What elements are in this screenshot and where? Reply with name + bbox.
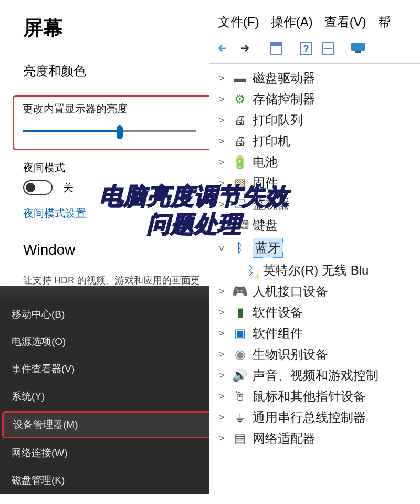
tree-item[interactable]: >▬磁盘驱动器 xyxy=(216,68,420,89)
expand-icon[interactable]: > xyxy=(216,94,227,105)
prn-icon: 🖨 xyxy=(232,112,248,129)
ctx-item-事件查看器(V)[interactable]: 事件查看器(V) xyxy=(0,355,215,383)
tree-item-label: 电池 xyxy=(253,154,278,171)
tree-item-label: 生物识别设备 xyxy=(253,346,328,363)
comp-icon: ▣ xyxy=(232,325,248,342)
tree-item[interactable]: >◉生物识别设备 xyxy=(216,344,420,365)
tree-item-label: 鼠标和其他指针设备 xyxy=(253,388,366,405)
night-mode-toggle[interactable] xyxy=(23,180,52,195)
menu-help[interactable]: 帮 xyxy=(374,14,395,30)
bt-icon: ᛒ xyxy=(242,262,259,279)
expand-icon[interactable]: > xyxy=(216,115,227,126)
ctrl-icon: ⚙ xyxy=(232,91,248,108)
ctx-item-设备管理器(M)[interactable]: 设备管理器(M) xyxy=(2,411,213,438)
slider-thumb[interactable] xyxy=(117,125,123,139)
brightness-slider[interactable] xyxy=(23,125,196,136)
expand-icon[interactable]: v xyxy=(216,243,227,254)
tree-item-label: 声音、视频和游戏控制 xyxy=(253,367,379,384)
tree-item-label: 存储控制器 xyxy=(253,91,316,108)
tree-item[interactable]: >🔊声音、视频和游戏控制 xyxy=(216,365,420,386)
expand-icon[interactable]: > xyxy=(216,157,227,168)
svg-rect-1 xyxy=(270,43,282,46)
expand-icon[interactable]: > xyxy=(216,307,227,318)
expand-icon[interactable]: > xyxy=(216,328,227,339)
night-mode-label: 夜间模式 xyxy=(23,161,210,175)
toolbar-separator xyxy=(261,40,261,56)
menu-view[interactable]: 查看(V) xyxy=(320,14,371,30)
tree-item-label: 打印机 xyxy=(253,133,290,150)
hdd-icon: ▬ xyxy=(232,70,248,87)
expand-icon[interactable]: > xyxy=(216,412,227,423)
toolbar-separator xyxy=(343,40,343,56)
expand-icon[interactable]: > xyxy=(216,286,227,297)
toolbar-separator xyxy=(291,40,291,56)
tree-item[interactable]: >⏚通用串行总线控制器 xyxy=(216,407,420,428)
svg-rect-6 xyxy=(351,43,365,51)
page-title: 屏幕 xyxy=(23,15,210,41)
overlay-line1: 电脑亮度调节失效 xyxy=(100,183,289,211)
toggle-state-text: 关 xyxy=(63,181,74,195)
tree-item[interactable]: >🎮人机接口设备 xyxy=(216,281,420,302)
expand-icon[interactable]: > xyxy=(216,349,227,360)
tree-item[interactable]: >▤网络适配器 xyxy=(216,428,420,449)
menu-file[interactable]: 文件(F) xyxy=(214,14,264,30)
tree-item-label: 软件设备 xyxy=(253,304,303,321)
tree-item[interactable]: >🖨打印机 xyxy=(216,131,420,152)
tree-item[interactable]: >🖱鼠标和其他指针设备 xyxy=(216,386,420,407)
hid-icon: 🎮 xyxy=(232,283,248,300)
scan-icon[interactable] xyxy=(319,39,338,58)
forward-icon[interactable] xyxy=(237,39,256,58)
properties-icon[interactable] xyxy=(267,39,286,58)
overlay-line2: 问题处理 xyxy=(100,211,289,238)
device-manager-window: 文件(F) 操作(A) 查看(V) 帮 ? >▬磁盘驱动器>⚙存储控制器>🖨打印… xyxy=(209,0,420,504)
bio-icon: ◉ xyxy=(232,346,248,363)
device-tree: >▬磁盘驱动器>⚙存储控制器>🖨打印队列>🖨打印机>🔋电池>▧固件>🖵监视器>⌨… xyxy=(209,64,420,449)
settings-panel: 屏幕 亮度和颜色 更改内置显示器的亮度 夜间模式 关 夜间模式设置 Window… xyxy=(0,0,210,326)
tree-item-label: 蓝牙 xyxy=(253,238,283,258)
expand-icon[interactable]: > xyxy=(216,391,227,402)
tree-item-label: 人机接口设备 xyxy=(253,283,328,300)
section-brightness-color: 亮度和颜色 xyxy=(23,62,210,79)
hdr-description: 让支持 HDR 的视频、游戏和应用的画面更 xyxy=(23,274,202,287)
sw-icon: ▮ xyxy=(232,304,248,321)
svg-rect-5 xyxy=(324,48,332,49)
ctx-item-磁盘管理(K)[interactable]: 磁盘管理(K) xyxy=(0,467,215,494)
back-icon[interactable] xyxy=(215,39,234,58)
tree-item-label: 打印队列 xyxy=(253,112,303,129)
monitor-icon[interactable] xyxy=(349,39,368,58)
expand-icon[interactable]: > xyxy=(216,433,227,444)
ctx-item-移动中心(B)[interactable]: 移动中心(B) xyxy=(0,301,215,328)
mouse-icon: 🖱 xyxy=(232,388,248,405)
expand-icon[interactable]: > xyxy=(216,136,227,147)
tree-item[interactable]: >▮软件设备 xyxy=(216,302,420,323)
tree-item-label: 通用串行总线控制器 xyxy=(253,409,366,426)
svg-rect-7 xyxy=(355,51,361,53)
expand-icon[interactable]: > xyxy=(216,370,227,381)
brightness-highlight-box: 更改内置显示器的亮度 xyxy=(13,95,212,150)
tree-item[interactable]: >🔋电池 xyxy=(216,152,420,173)
tree-item[interactable]: ᛒ英特尔(R) 无线 Blu xyxy=(216,260,420,281)
tree-item-label: 网络适配器 xyxy=(253,430,316,447)
tree-item-label: 磁盘驱动器 xyxy=(253,70,316,87)
slider-track-fill xyxy=(23,130,120,132)
tree-item[interactable]: vᛒ蓝牙 xyxy=(216,236,420,260)
net-icon: ▤ xyxy=(232,430,248,447)
ctx-item-系统(Y)[interactable]: 系统(Y) xyxy=(0,383,215,410)
tree-item[interactable]: >🖨打印队列 xyxy=(216,110,420,131)
tree-item-label: 软件组件 xyxy=(253,325,303,342)
snd-icon: 🔊 xyxy=(232,367,248,384)
bat-icon: 🔋 xyxy=(232,154,248,171)
tree-item[interactable]: >▣软件组件 xyxy=(216,323,420,344)
svg-text:?: ? xyxy=(303,44,309,54)
menubar: 文件(F) 操作(A) 查看(V) 帮 xyxy=(209,0,420,36)
toggle-knob xyxy=(26,183,35,192)
ctx-item-网络连接(W)[interactable]: 网络连接(W) xyxy=(0,439,215,467)
expand-icon[interactable]: > xyxy=(216,73,227,84)
ctx-item-电源选项(O)[interactable]: 电源选项(O) xyxy=(0,328,215,355)
help-icon[interactable]: ? xyxy=(297,39,316,58)
tree-item[interactable]: >⚙存储控制器 xyxy=(216,89,420,110)
menu-action[interactable]: 操作(A) xyxy=(267,14,317,30)
overlay-caption: 电脑亮度调节失效 问题处理 xyxy=(100,183,289,238)
toolbar: ? xyxy=(209,36,420,64)
brightness-label: 更改内置显示器的亮度 xyxy=(23,102,202,116)
